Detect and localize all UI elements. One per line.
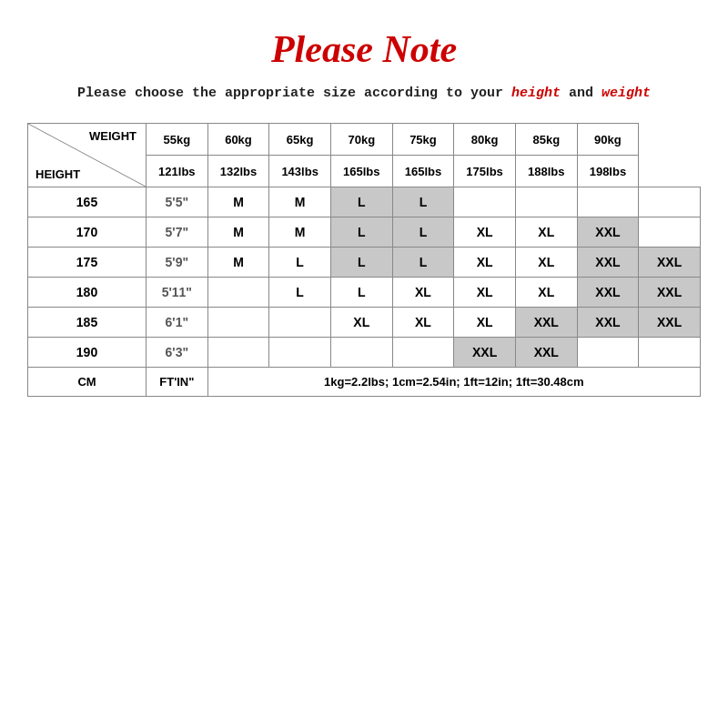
weight-label: WEIGHT	[89, 129, 136, 143]
size-chart-table: WEIGHT HEIGHT 55kg60kg65kg70kg75kg80kg85…	[27, 123, 701, 397]
weight-highlight: weight	[602, 86, 651, 101]
subtitle-text-middle: and	[561, 86, 602, 101]
subtitle: Please choose the appropriate size accor…	[77, 86, 651, 101]
height-highlight: height	[511, 86, 561, 101]
subtitle-text-before: Please choose the appropriate size accor…	[77, 86, 511, 101]
page-title: Please Note	[271, 27, 457, 71]
height-label: HEIGHT	[35, 167, 80, 181]
